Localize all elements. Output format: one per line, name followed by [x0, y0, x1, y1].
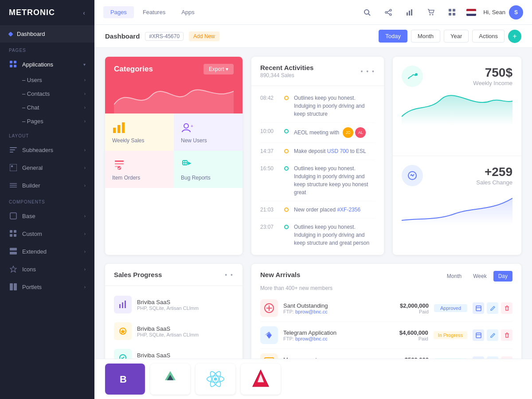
svg-rect-13: [10, 230, 12, 233]
arrival-name: Telegram Application: [283, 329, 383, 336]
btn-year[interactable]: Year: [444, 30, 469, 43]
main-content: Pages Features Apps Hi, Sean S: [94, 0, 532, 399]
icons-icon: [9, 265, 18, 274]
btn-actions[interactable]: Actions: [472, 30, 505, 43]
order-link[interactable]: #XF-2356: [337, 207, 360, 213]
sidebar-toggle[interactable]: ‹: [83, 9, 86, 16]
edit-button[interactable]: [487, 329, 498, 341]
applications-icon: [9, 60, 18, 69]
arrival-actions: [473, 302, 512, 314]
tab-pages[interactable]: Pages: [103, 6, 134, 18]
sales-icon-1: [114, 296, 132, 313]
sidebar-item-portlets[interactable]: Portlets ›: [0, 278, 94, 296]
tab-month[interactable]: Month: [442, 271, 466, 282]
sidebar-item-base[interactable]: Base ›: [0, 207, 94, 225]
sidebar-item-general[interactable]: General ›: [0, 159, 94, 176]
categories-header: Categories Export ▾: [105, 57, 243, 113]
arrival-price: $4,600,000: [388, 329, 428, 336]
react-logo[interactable]: [196, 364, 235, 395]
bootstrap-logo[interactable]: B: [105, 364, 145, 395]
svg-marker-19: [10, 266, 16, 272]
delete-button[interactable]: [501, 302, 512, 314]
svg-rect-21: [14, 283, 17, 290]
view-button[interactable]: [473, 302, 484, 314]
tab-features[interactable]: Features: [136, 6, 172, 18]
sidebar: METRONIC ‹ Dashboard Pages Applications …: [0, 0, 94, 399]
deposit-link[interactable]: USD 700: [327, 148, 349, 154]
svg-text:▶: ▶: [188, 160, 192, 165]
chart-icon[interactable]: [403, 5, 417, 20]
svg-rect-5: [10, 149, 15, 150]
sales-progress-card: Sales Progress • • Briviba SaaS PHP, SQL…: [105, 264, 243, 359]
cart-icon[interactable]: [424, 5, 438, 20]
sidebar-item-icons[interactable]: Icons ›: [0, 260, 94, 278]
sidebar-item-users[interactable]: – Users ›: [0, 73, 94, 87]
svg-rect-40: [122, 122, 125, 133]
activity-dot: [284, 207, 289, 212]
tab-apps[interactable]: Apps: [174, 6, 202, 18]
grid-icon[interactable]: [445, 5, 459, 20]
export-button[interactable]: Export ▾: [203, 64, 234, 74]
activities-subtitle: 890,344 Sales: [260, 72, 313, 78]
cat-bug-reports[interactable]: ▶ Bug Reports: [174, 151, 243, 188]
svg-text:+: +: [191, 124, 193, 129]
sidebar-item-custom[interactable]: Custom ›: [0, 225, 94, 243]
sidebar-item-chat[interactable]: – Chat ›: [0, 101, 94, 114]
svg-rect-14: [14, 230, 16, 233]
row-2: Sales Progress • • Briviba SaaS PHP, SQL…: [105, 264, 521, 359]
sales-progress-header: Sales Progress • •: [105, 264, 243, 286]
svg-rect-29: [407, 12, 408, 16]
svg-rect-3: [14, 65, 16, 67]
view-button[interactable]: [473, 329, 484, 341]
share-icon[interactable]: [381, 5, 395, 20]
sidebar-item-dashboard[interactable]: Dashboard: [0, 25, 94, 43]
weekly-income-card: 750$ Weekly Income: [393, 57, 521, 156]
tab-week[interactable]: Week: [468, 271, 491, 282]
activities-menu[interactable]: • • •: [361, 68, 375, 75]
delete-button[interactable]: [501, 329, 512, 341]
user-menu[interactable]: Hi, Sean S: [483, 5, 523, 20]
search-icon[interactable]: [360, 5, 374, 20]
btn-month[interactable]: Month: [411, 30, 440, 43]
svg-rect-18: [10, 252, 17, 254]
tab-day[interactable]: Day: [493, 271, 512, 282]
content-area: Categories Export ▾: [94, 48, 532, 359]
arrival-logo-2: [260, 326, 278, 344]
svg-point-26: [390, 14, 391, 16]
dashboard-icon: [8, 31, 13, 36]
sales-desc: PHP, SQLite, Artisan CLImm: [137, 305, 234, 311]
activity-dot: [284, 129, 289, 133]
cat-item-orders[interactable]: Item Orders: [105, 151, 174, 188]
add-plus-button[interactable]: +: [508, 30, 521, 43]
sidebar-item-contacts[interactable]: – Contacts ›: [0, 87, 94, 101]
svg-line-27: [387, 11, 390, 12]
sales-progress-menu[interactable]: • •: [225, 271, 234, 278]
flag-icon[interactable]: [466, 9, 476, 16]
arrivals-title: New Arrivals: [260, 271, 300, 278]
svg-rect-38: [113, 128, 116, 133]
sales-icon-3: [114, 349, 132, 359]
svg-rect-20: [10, 283, 13, 290]
sidebar-item-builder[interactable]: Builder ›: [0, 176, 94, 194]
angular-logo[interactable]: [241, 364, 281, 395]
sidebar-item-applications[interactable]: Applications ▾: [0, 55, 94, 73]
svg-line-28: [387, 13, 390, 14]
btn-today[interactable]: Today: [379, 30, 407, 43]
cat-new-users[interactable]: + New Users: [174, 113, 243, 151]
svg-rect-31: [411, 9, 412, 16]
svg-rect-30: [409, 11, 410, 16]
svg-rect-37: [453, 13, 455, 16]
sidebar-item-subheaders[interactable]: Subheaders ›: [0, 141, 94, 159]
vue-logo[interactable]: [150, 364, 190, 395]
status-badge: Approved: [434, 304, 467, 312]
row-1: Categories Export ▾: [105, 57, 521, 255]
add-new-button[interactable]: Add New: [189, 31, 219, 41]
sidebar-item-pages[interactable]: – Pages ›: [0, 114, 94, 128]
arrival-price: $2,000,000: [389, 302, 429, 309]
cat-weekly-sales[interactable]: Weekly Sales: [105, 113, 174, 151]
activity-avatars: JD AL: [343, 127, 366, 138]
sidebar-item-extended[interactable]: Extended ›: [0, 243, 94, 260]
edit-button[interactable]: [487, 302, 498, 314]
activity-item: 16:50 Outlines keep you honest. Indulgin…: [260, 160, 375, 201]
base-icon: [9, 211, 18, 220]
